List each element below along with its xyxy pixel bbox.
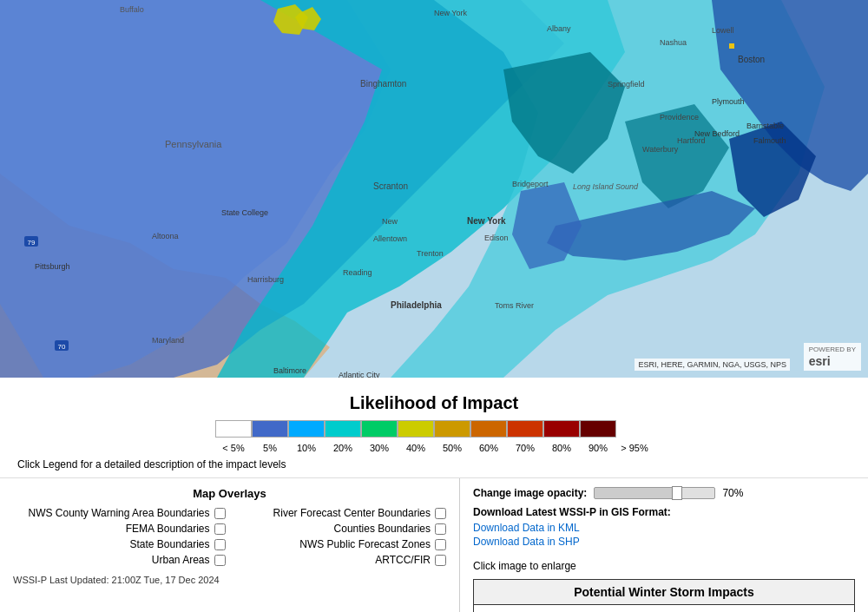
overlay-label: State Boundaries xyxy=(129,538,209,550)
legend-section: Likelihood of Impact < 5%5%10%20%30%40%5… xyxy=(0,386,868,478)
esri-logo: esri xyxy=(809,354,856,368)
overlay-item: ARTCC/FIR xyxy=(234,554,447,566)
legend-label: 30% xyxy=(361,443,398,453)
svg-text:Pittsburgh: Pittsburgh xyxy=(35,262,70,271)
legend-label: 80% xyxy=(543,443,580,453)
legend-title: Likelihood of Impact xyxy=(350,393,518,413)
opacity-row: Change image opacity: 70% xyxy=(473,487,855,499)
overlay-item: FEMA Boundaries xyxy=(13,523,226,535)
overlay-label: River Forecast Center Boundaries xyxy=(273,507,431,519)
opacity-label: Change image opacity: xyxy=(473,487,587,499)
svg-text:New: New xyxy=(382,217,398,226)
svg-text:Waterbury: Waterbury xyxy=(642,145,679,154)
overlay-item: Urban Areas xyxy=(13,554,226,566)
legend-color-block xyxy=(434,420,470,438)
overlay-item: State Boundaries xyxy=(13,538,226,550)
legend-color-block xyxy=(252,420,288,438)
svg-text:Toms River: Toms River xyxy=(495,301,534,310)
download-section: Download Latest WSSI-P in GIS Format: Do… xyxy=(473,506,855,549)
svg-text:Edison: Edison xyxy=(484,234,509,242)
opacity-slider[interactable] xyxy=(594,487,715,499)
legend-label: 50% xyxy=(434,443,470,453)
legend-label: 90% xyxy=(580,443,616,453)
svg-text:Allentown: Allentown xyxy=(373,234,407,243)
overlay-label: ARTCC/FIR xyxy=(375,554,431,566)
impact-card-body: Minor Impacts Expect a few inconvenience… xyxy=(474,605,854,612)
overlay-label: Urban Areas xyxy=(152,554,210,566)
svg-text:Barnstable: Barnstable xyxy=(746,122,784,130)
legend-color-block xyxy=(398,420,434,438)
overlay-item: River Forecast Center Boundaries xyxy=(234,507,447,519)
click-enlarge-label: Click image to enlarge xyxy=(473,560,855,572)
download-shp-link[interactable]: Download Data in SHP xyxy=(473,536,855,548)
svg-text:State College: State College xyxy=(221,208,268,217)
legend-label: 60% xyxy=(470,443,507,453)
svg-text:Maryland: Maryland xyxy=(152,336,184,345)
legend-color-block xyxy=(361,420,398,438)
overlay-item: Counties Boundaries xyxy=(234,523,447,535)
legend-label: 70% xyxy=(507,443,543,453)
svg-text:Altoona: Altoona xyxy=(152,232,179,240)
overlay-item: NWS Public Forecast Zones xyxy=(234,538,447,550)
svg-text:New York: New York xyxy=(467,216,506,226)
overlay-checkbox[interactable] xyxy=(214,539,226,550)
map-overlays-panel: Map Overlays NWS County Warning Area Bou… xyxy=(0,478,460,612)
svg-text:Plymouth: Plymouth xyxy=(712,97,745,106)
svg-text:New York: New York xyxy=(434,9,468,17)
download-title: Download Latest WSSI-P in GIS Format: xyxy=(473,506,855,518)
svg-text:Hartford: Hartford xyxy=(677,136,706,145)
svg-text:Providence: Providence xyxy=(660,113,699,122)
legend-bar[interactable] xyxy=(215,420,616,438)
overlay-label: FEMA Boundaries xyxy=(126,523,210,535)
svg-text:Pennsylvania: Pennsylvania xyxy=(165,139,222,149)
svg-text:79: 79 xyxy=(28,239,36,247)
overlay-checkbox[interactable] xyxy=(435,555,446,566)
svg-text:70: 70 xyxy=(58,343,66,351)
svg-text:Philadelphia: Philadelphia xyxy=(391,300,442,310)
overlay-checkbox[interactable] xyxy=(214,508,226,519)
legend-color-block xyxy=(288,420,325,438)
download-kml-link[interactable]: Download Data in KML xyxy=(473,522,855,534)
legend-labels: < 5%5%10%20%30%40%50%60%70%80%90%> 95% xyxy=(215,440,653,453)
overlay-checkbox[interactable] xyxy=(435,508,446,519)
legend-color-block xyxy=(507,420,543,438)
svg-text:Lowell: Lowell xyxy=(712,26,734,35)
svg-text:Buffalo: Buffalo xyxy=(120,5,144,14)
lower-section: Map Overlays NWS County Warning Area Bou… xyxy=(0,478,868,612)
right-controls-panel: Change image opacity: 70% Download Lates… xyxy=(460,478,868,612)
overlays-title: Map Overlays xyxy=(13,487,446,500)
svg-text:Springfield: Springfield xyxy=(608,80,645,89)
svg-text:Long Island Sound: Long Island Sound xyxy=(573,182,639,191)
impact-card[interactable]: Potential Winter Storm Impacts Minor Imp… xyxy=(473,579,855,612)
overlay-checkbox[interactable] xyxy=(214,555,226,566)
legend-label: 10% xyxy=(288,443,325,453)
overlay-checkbox[interactable] xyxy=(435,539,446,550)
impact-card-title: Potential Winter Storm Impacts xyxy=(474,580,854,605)
overlay-label: Counties Boundaries xyxy=(334,523,431,535)
overlay-checkbox[interactable] xyxy=(214,523,226,535)
opacity-value: 70% xyxy=(722,487,743,499)
legend-color-block xyxy=(580,420,616,438)
overlays-grid: NWS County Warning Area BoundariesRiver … xyxy=(13,507,446,566)
overlay-item: NWS County Warning Area Boundaries xyxy=(13,507,226,519)
svg-text:Scranton: Scranton xyxy=(373,181,408,191)
map-container[interactable]: Boston Nashua Lowell Springfield Provide… xyxy=(0,0,868,378)
overlay-label: NWS Public Forecast Zones xyxy=(299,538,431,550)
svg-text:Trenton: Trenton xyxy=(417,249,444,258)
svg-text:Harrisburg: Harrisburg xyxy=(247,275,284,284)
svg-rect-14 xyxy=(729,43,734,49)
svg-text:Reading: Reading xyxy=(343,268,372,277)
legend-label: 5% xyxy=(252,443,288,453)
legend-label: 20% xyxy=(325,443,361,453)
legend-click-note[interactable]: Click Legend for a detailed description … xyxy=(17,458,286,471)
overlay-checkbox[interactable] xyxy=(435,523,446,535)
legend-color-block xyxy=(215,420,252,438)
svg-text:Binghamton: Binghamton xyxy=(360,79,406,89)
svg-text:Boston: Boston xyxy=(738,55,765,64)
bottom-panel: Likelihood of Impact < 5%5%10%20%30%40%5… xyxy=(0,378,868,612)
wssi-updated: WSSI-P Last Updated: 21:00Z Tue, 17 Dec … xyxy=(13,575,446,585)
legend-color-block xyxy=(470,420,507,438)
svg-text:Atlantic City: Atlantic City xyxy=(339,371,380,378)
legend-color-block xyxy=(543,420,580,438)
svg-text:Nashua: Nashua xyxy=(660,38,687,47)
